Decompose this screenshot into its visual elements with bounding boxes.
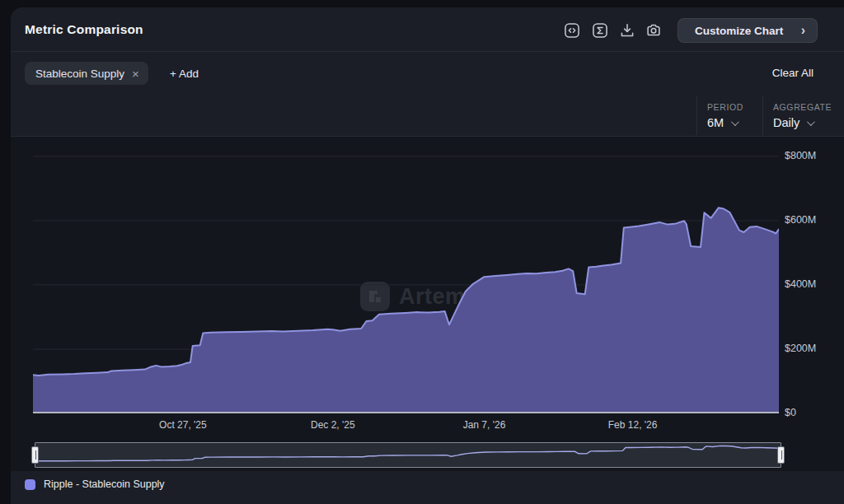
y-axis-label: $400M	[785, 278, 834, 290]
screenshot-button[interactable]	[644, 21, 663, 40]
period-label: PERIOD	[707, 102, 743, 112]
download-button[interactable]	[617, 21, 637, 40]
stablecoin-supply-area-chart[interactable]	[33, 140, 779, 413]
aggregate-label: AGGREGATE	[773, 102, 832, 112]
aggregate-dropdown[interactable]: Daily	[773, 116, 813, 129]
page: { "header": { "title": "Metric Compariso…	[0, 0, 844, 504]
chip-close-icon[interactable]: ×	[132, 68, 139, 80]
area-fill	[33, 208, 779, 413]
page-title: Metric Comparison	[25, 22, 143, 37]
x-axis-label: Jan 7, '26	[443, 419, 526, 431]
metric-chip-stablecoin-supply[interactable]: Stablecoin Supply ×	[25, 62, 148, 85]
y-axis-label: $800M	[785, 150, 834, 161]
customize-chart-button[interactable]: Customize Chart ›	[678, 18, 818, 43]
customize-chart-label: Customize Chart	[695, 25, 783, 37]
timeline-brush[interactable]	[35, 442, 781, 468]
sum-button[interactable]	[590, 21, 610, 40]
controls-divider	[762, 96, 763, 135]
y-axis-label: $600M	[785, 214, 834, 226]
brush-handle-left[interactable]	[31, 446, 39, 464]
code-icon	[563, 21, 581, 40]
add-metric-button[interactable]: + Add	[170, 68, 199, 80]
legend-item-ripple-stablecoin-supply[interactable]: Ripple - Stablecoin Supply	[25, 478, 165, 490]
y-axis-label: $0	[785, 407, 834, 418]
clear-all-button[interactable]: Clear All	[772, 67, 814, 79]
x-axis-label: Dec 2, '25	[292, 419, 374, 431]
header-divider	[11, 51, 844, 52]
x-axis-label: Oct 27, '25	[142, 419, 224, 431]
download-icon	[618, 21, 636, 40]
metric-chip-label: Stablecoin Supply	[35, 68, 124, 80]
controls-divider	[696, 96, 697, 135]
y-axis-label: $200M	[785, 343, 834, 354]
chevron-right-icon: ›	[801, 24, 805, 37]
brush-mini-chart	[35, 443, 781, 467]
period-dropdown[interactable]: 6M	[707, 116, 737, 129]
x-axis-label: Feb 12, '26	[592, 419, 674, 431]
brush-series-line	[35, 446, 781, 460]
sigma-icon	[591, 21, 609, 40]
period-value: 6M	[707, 116, 724, 129]
chart-section: Artemis $800M$600M$400M$200M$0 Oct 27, '…	[11, 137, 844, 471]
legend-label: Ripple - Stablecoin Supply	[44, 478, 165, 490]
legend-swatch	[25, 479, 35, 490]
camera-icon	[645, 21, 663, 40]
legend-bar: Ripple - Stablecoin Supply	[11, 471, 844, 504]
aggregate-value: Daily	[773, 116, 799, 129]
brush-handle-right[interactable]	[777, 446, 785, 464]
embed-code-button[interactable]	[562, 21, 582, 40]
